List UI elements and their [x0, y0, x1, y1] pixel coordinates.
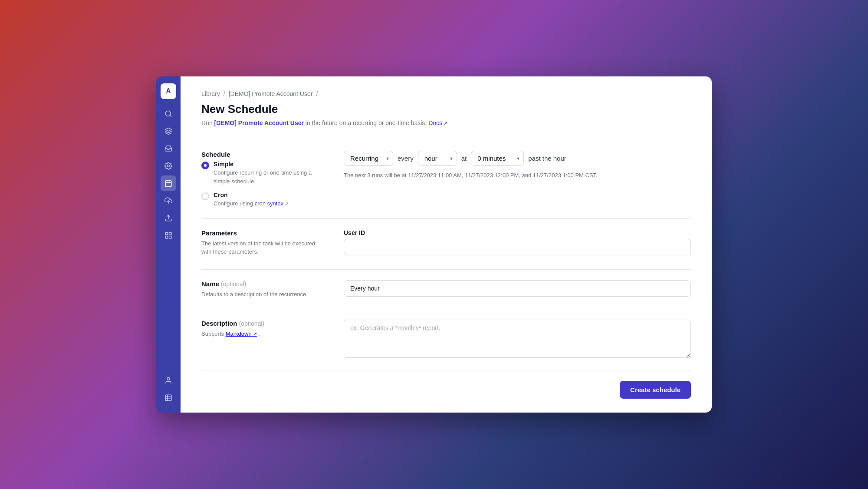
docs-link[interactable]: Docs: [428, 119, 447, 126]
sidebar: A: [156, 76, 181, 413]
parameters-section: Parameters The latest version of the tas…: [201, 219, 691, 270]
description-section: Description (optional) Supports Markdown…: [201, 309, 691, 370]
sidebar-item-upload[interactable]: [161, 193, 176, 208]
name-input[interactable]: [344, 280, 691, 297]
simple-radio[interactable]: [201, 162, 209, 169]
schedule-controls-container: Recurring Once ▾ every hour day week mon…: [344, 151, 691, 208]
svg-line-1: [170, 115, 171, 116]
user-id-label: User ID: [344, 229, 691, 236]
parameters-desc: The latest version of the task will be e…: [201, 239, 323, 256]
sidebar-item-user[interactable]: [161, 373, 176, 388]
sidebar-item-search[interactable]: [161, 106, 176, 122]
schedule-info: The next 3 runs will be at 11/27/2023 11…: [344, 172, 691, 178]
svg-point-0: [165, 111, 171, 116]
cron-title: Cron: [214, 192, 292, 198]
markdown-link[interactable]: Markdown: [226, 330, 257, 337]
breadcrumb-sep-1: /: [224, 90, 225, 97]
cron-desc: Configure using cron syntax .: [214, 199, 292, 208]
sidebar-item-inbox[interactable]: [161, 141, 176, 156]
recurring-select-wrapper: Recurring Once ▾: [344, 151, 393, 166]
simple-title: Simple: [214, 161, 323, 168]
cron-syntax-link[interactable]: cron syntax: [255, 200, 289, 207]
description-support-text: Supports Markdown .: [201, 330, 323, 338]
cron-option[interactable]: Cron Configure using cron syntax .: [201, 192, 323, 208]
name-content: [344, 280, 691, 299]
name-desc: Defaults to a description of the recurre…: [201, 290, 323, 299]
schedule-options: Simple Configure recurring or one-time u…: [201, 161, 323, 208]
svg-marker-2: [165, 128, 172, 132]
svg-rect-10: [165, 232, 168, 235]
sidebar-item-export[interactable]: [161, 210, 176, 226]
breadcrumb-task[interactable]: [DEMO] Promote Account User: [229, 90, 313, 97]
svg-point-3: [168, 165, 170, 167]
user-id-input[interactable]: [344, 239, 691, 255]
svg-point-14: [167, 377, 170, 380]
main-content: Library / [DEMO] Promote Account User / …: [181, 76, 712, 413]
breadcrumb: Library / [DEMO] Promote Account User /: [201, 90, 691, 97]
page-subtitle: Run [DEMO] Promote Account User in the f…: [201, 119, 691, 126]
breadcrumb-sep-2: /: [316, 90, 318, 97]
at-label: at: [461, 155, 467, 162]
sidebar-item-table[interactable]: [161, 390, 176, 406]
page-title: New Schedule: [201, 102, 691, 116]
create-schedule-button[interactable]: Create schedule: [620, 381, 691, 399]
sidebar-item-calendar[interactable]: [161, 175, 176, 191]
svg-rect-11: [169, 232, 171, 235]
task-name-highlight: [DEMO] Promote Account User: [214, 119, 304, 126]
description-content: [344, 320, 691, 360]
simple-option[interactable]: Simple Configure recurring or one-time u…: [201, 161, 323, 185]
schedule-section: Schedule Simple Configure recurring or o…: [201, 140, 691, 219]
hour-select[interactable]: hour day week month: [418, 151, 457, 166]
schedule-label: Schedule Simple Configure recurring or o…: [201, 151, 323, 208]
cron-radio[interactable]: [201, 192, 209, 200]
parameters-content: User ID: [344, 229, 691, 259]
svg-rect-12: [169, 236, 171, 238]
sidebar-item-layers[interactable]: [161, 123, 176, 139]
hour-select-wrapper: hour day week month ▾: [418, 151, 457, 166]
app-logo[interactable]: A: [161, 83, 176, 99]
form-footer: Create schedule: [201, 370, 691, 399]
recurring-select[interactable]: Recurring Once: [344, 151, 393, 166]
description-input[interactable]: [344, 320, 691, 358]
sidebar-item-grid[interactable]: [161, 228, 176, 243]
every-label: every: [398, 155, 414, 162]
name-label: Name (optional) Defaults to a descriptio…: [201, 280, 323, 299]
simple-desc: Configure recurring or one-time using a …: [214, 169, 323, 185]
svg-rect-4: [165, 181, 171, 187]
name-section: Name (optional) Defaults to a descriptio…: [201, 270, 691, 310]
past-label: past the hour: [528, 155, 566, 162]
parameters-label: Parameters The latest version of the tas…: [201, 229, 323, 259]
schedule-controls: Recurring Once ▾ every hour day week mon…: [344, 151, 691, 166]
description-label: Description (optional) Supports Markdown…: [201, 320, 323, 360]
svg-rect-13: [165, 236, 168, 238]
minutes-select[interactable]: 0 minutes 15 minutes 30 minutes 45 minut…: [471, 151, 524, 166]
minutes-select-wrapper: 0 minutes 15 minutes 30 minutes 45 minut…: [471, 151, 524, 166]
sidebar-item-settings[interactable]: [161, 158, 176, 174]
svg-rect-15: [165, 395, 171, 401]
breadcrumb-library[interactable]: Library: [201, 90, 220, 97]
